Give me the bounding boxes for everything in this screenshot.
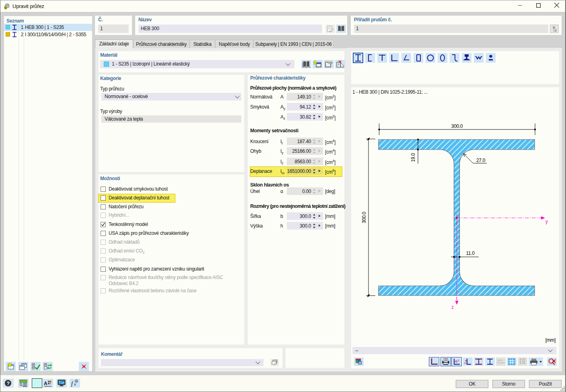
svg-text:300.0: 300.0: [451, 123, 463, 129]
svg-text:27.0: 27.0: [476, 158, 486, 163]
svg-text:[mm]: [mm]: [545, 337, 556, 343]
svg-text:19.0: 19.0: [410, 153, 416, 162]
svg-text:A: A: [44, 381, 47, 386]
svg-text:11.0: 11.0: [466, 250, 475, 256]
svg-text:?: ?: [6, 380, 10, 386]
svg-text:y: y: [458, 359, 459, 362]
svg-text:sc: sc: [464, 361, 467, 364]
svg-text:300.0: 300.0: [361, 211, 367, 223]
svg-text:y: y: [545, 219, 548, 224]
svg-text:f: f: [71, 381, 74, 387]
svg-text:6: 6: [5, 6, 6, 9]
svg-text:100: 100: [445, 359, 447, 361]
svg-text:0.00: 0.00: [20, 382, 27, 387]
svg-text:z: z: [451, 304, 454, 310]
svg-text:1 2 3: 1 2 3: [498, 359, 503, 361]
